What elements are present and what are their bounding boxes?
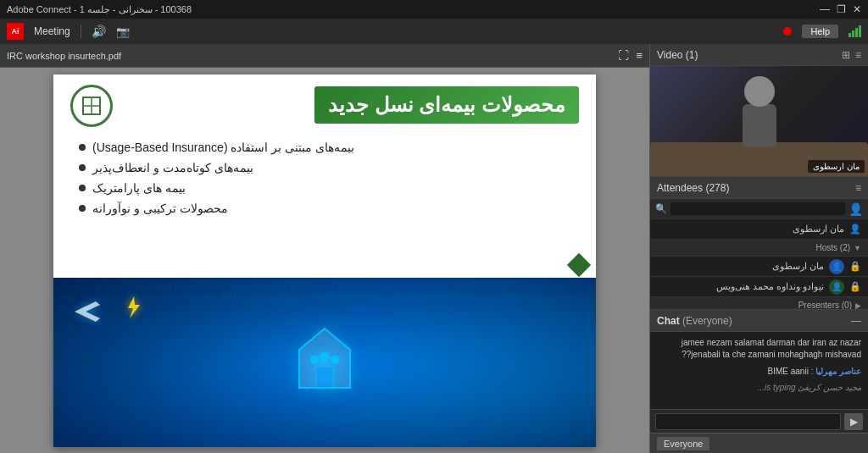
video-name-label: مان ارسطوی <box>808 160 865 173</box>
chat-footer: Everyone <box>650 433 868 453</box>
host2-name: نیوادو ونداوه محمد هنی‌ویس <box>657 281 824 292</box>
bullet-dot-4 <box>79 205 86 212</box>
bar3 <box>855 28 858 37</box>
hosts-label: ▼ Hosts (2) <box>650 240 868 257</box>
bar1 <box>849 33 851 37</box>
chat-everyone-tab[interactable]: Everyone <box>657 437 709 450</box>
main-area: IRC workshop insurtech.pdf ⛶ ≡ <box>0 44 868 453</box>
presentation-area: IRC workshop insurtech.pdf ⛶ ≡ <box>0 44 650 453</box>
svg-point-5 <box>310 356 319 364</box>
svg-rect-4 <box>316 367 333 388</box>
chat-input-field[interactable] <box>655 413 841 430</box>
house-icon-svg <box>282 320 367 405</box>
chat-input-row: ▶ <box>650 409 868 433</box>
toolbar-right: ⛶ ≡ <box>618 49 643 62</box>
video-expand-icon[interactable]: ⊞ <box>842 49 850 61</box>
slide-logo <box>70 85 113 127</box>
camera-icon[interactable]: 📷 <box>116 25 130 38</box>
chat-label: Chat (Everyone) <box>657 315 846 327</box>
chat-section: Chat (Everyone) — jamee nezam salamat da… <box>650 310 868 453</box>
adobe-logo: Ai <box>7 23 24 40</box>
menubar: Ai Meeting 🔊 📷 Help <box>0 19 868 44</box>
attendees-list: 🔍 👤 👤 مان ارسطوی ▼ Hosts (2) 🔒 👤 <box>650 199 868 309</box>
person-body <box>743 104 776 146</box>
svg-point-6 <box>320 352 330 362</box>
attendees-section: Attendees (278) ≡ 🔍 👤 👤 مان ارسطوی <box>650 177 868 310</box>
current-user-name: مان ارسطوی <box>657 224 844 235</box>
host-2-item: 🔒 👤 نیوادو ونداوه محمد هنی‌ویس <box>650 277 868 297</box>
menubar-separator <box>81 25 81 38</box>
help-button[interactable]: Help <box>802 25 838 38</box>
attendees-search-input[interactable] <box>670 202 845 215</box>
presentation-filename: IRC workshop insurtech.pdf <box>7 51 611 61</box>
video-label: Video (1) <box>657 49 837 61</box>
bullet-text-3: بیمه های پارامتریک <box>92 181 186 195</box>
titlebar-controls[interactable]: — ❐ ✕ <box>820 3 861 15</box>
volume-icon[interactable]: 🔊 <box>92 25 106 38</box>
search-icon: 🔍 <box>655 203 667 214</box>
attendees-search-bar: 🔍 👤 <box>650 199 868 219</box>
titlebar-left: 100368 - سخنرانی - جلسه 1 - Adobe Connec… <box>7 4 192 15</box>
current-user-icon: 👤 <box>849 224 861 235</box>
fullscreen-icon[interactable]: ⛶ <box>618 49 629 62</box>
add-attendee-icon[interactable]: 👤 <box>849 202 863 216</box>
maximize-button[interactable]: ❐ <box>837 3 846 15</box>
host1-action-icon[interactable]: 🔒 <box>849 261 861 272</box>
person-torso <box>743 104 776 146</box>
bullet-dot-3 <box>79 185 86 191</box>
video-menu-icon[interactable]: ≡ <box>855 49 861 61</box>
host-1-item: 🔒 👤 مان ارسطوی <box>650 257 868 277</box>
presenters-label: ▶ Presenters (0) <box>650 297 868 309</box>
bullet-text-2: بیمه‌های کوتاه‌مدت و انعطاف‌پذیر <box>92 161 253 174</box>
menubar-right: Help <box>783 25 861 38</box>
slide-diamond <box>567 252 591 276</box>
attendees-label: Attendees (278) <box>657 182 850 194</box>
chat-send-button[interactable]: ▶ <box>844 413 863 430</box>
host2-action-icon[interactable]: 🔒 <box>849 281 861 292</box>
svg-marker-8 <box>128 296 140 318</box>
presenters-expand-icon[interactable]: ▶ <box>855 301 861 310</box>
bullet-1: بیمه‌های مبتنی بر استفاده (Usage-Based I… <box>79 141 570 154</box>
chat-typing-indicator: مجید حسن کریفئ is typing... <box>657 383 861 392</box>
bullet-dot-2 <box>79 164 86 171</box>
slide-title-area: محصولات بیمه‌ای نسل جدید <box>53 75 596 130</box>
titlebar: 100368 - سخنرانی - جلسه 1 - Adobe Connec… <box>0 0 868 19</box>
host2-avatar: 👤 <box>829 279 844 295</box>
close-button[interactable]: ✕ <box>853 3 861 15</box>
host1-avatar: 👤 <box>829 259 844 274</box>
host1-name: مان ارسطوی <box>657 261 824 272</box>
person-head <box>744 76 775 107</box>
chat-collapse-icon[interactable]: — <box>851 315 861 327</box>
chat-header: Chat (Everyone) — <box>650 310 868 332</box>
attendees-header: Attendees (278) ≡ <box>650 177 868 199</box>
svg-point-7 <box>331 356 339 364</box>
video-container: مان ارسطوی <box>650 66 868 176</box>
bullet-text-4: محصولات ترکیبی و نوآورانه <box>92 202 228 215</box>
signal-bars <box>849 25 861 37</box>
bar2 <box>852 30 854 37</box>
titlebar-title: 100368 - سخنرانی - جلسه 1 - Adobe Connec… <box>7 4 192 15</box>
bullet-2: بیمه‌های کوتاه‌مدت و انعطاف‌پذیر <box>79 161 570 174</box>
bolt-icon-svg <box>121 295 147 320</box>
plane-icon-svg <box>70 295 104 329</box>
slide: محصولات بیمه‌ای نسل جدید بیمه‌های مبتنی … <box>53 75 596 447</box>
bar4 <box>859 25 861 37</box>
bullet-4: محصولات ترکیبی و نوآورانه <box>79 202 570 215</box>
bullet-text-1: بیمه‌های مبتنی بر استفاده (Usage-Based I… <box>92 141 354 154</box>
recording-indicator <box>783 27 792 36</box>
chat-messages: jamee nezam salamat darman dar iran az n… <box>650 332 868 409</box>
minimize-button[interactable]: — <box>820 3 830 15</box>
attendees-menu-icon[interactable]: ≡ <box>855 182 861 194</box>
presentation-menu-icon[interactable]: ≡ <box>636 49 643 62</box>
video-section: Video (1) ⊞ ≡ مان ارسطوی <box>650 44 868 177</box>
video-header: Video (1) ⊞ ≡ <box>650 44 868 66</box>
send-icon: ▶ <box>850 416 858 428</box>
presentation-content: محصولات بیمه‌ای نسل جدید بیمه‌های مبتنی … <box>0 68 649 453</box>
slide-title: محصولات بیمه‌ای نسل جدید <box>314 86 579 124</box>
logo-shape <box>70 85 113 127</box>
right-panel: Video (1) ⊞ ≡ مان ارسطوی Attendees (278 <box>650 44 868 453</box>
hosts-expand-icon[interactable]: ▼ <box>854 244 861 252</box>
presentation-toolbar: IRC workshop insurtech.pdf ⛶ ≡ <box>0 44 649 68</box>
meeting-menu[interactable]: Meeting <box>34 25 70 37</box>
chat-message-1: jamee nezam salamat darman dar iran az n… <box>657 337 861 361</box>
